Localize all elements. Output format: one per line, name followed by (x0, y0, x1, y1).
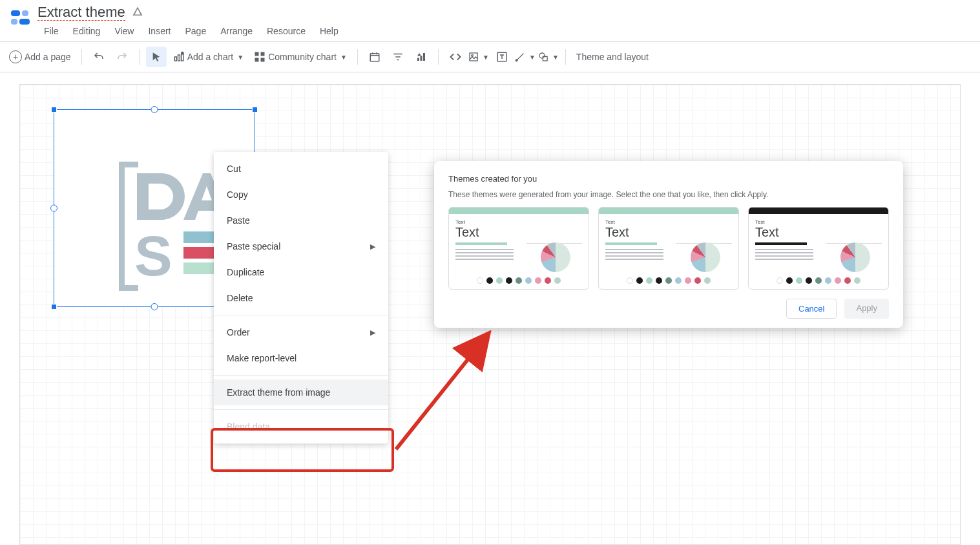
add-chart-button[interactable]: + Add a chart ▼ (169, 47, 248, 67)
cm-delete[interactable]: Delete (214, 285, 388, 311)
svg-text:S: S (134, 224, 172, 288)
filter-button[interactable] (388, 47, 408, 67)
menu-arrange[interactable]: Arrange (214, 23, 259, 39)
app-header: Extract theme File Editing View Insert P… (0, 0, 980, 41)
cm-copy[interactable]: Copy (214, 182, 388, 208)
menu-editing[interactable]: Editing (67, 23, 107, 39)
svg-rect-9 (255, 52, 259, 56)
toolbar-separator (139, 49, 140, 65)
cm-make-report-level[interactable]: Make report-level (214, 345, 388, 371)
svg-text:+: + (182, 52, 183, 55)
document-title[interactable]: Extract theme (37, 4, 125, 21)
menu-view[interactable]: View (108, 23, 140, 39)
svg-rect-0 (11, 10, 20, 16)
bar-chart-icon (826, 218, 882, 244)
theme-preview-body: Text Text (449, 214, 589, 277)
svg-rect-15 (420, 56, 422, 61)
color-swatches (449, 277, 589, 289)
color-swatches (599, 277, 738, 289)
image-button[interactable]: ▼ (468, 47, 489, 67)
theme-layout-label: Theme and layout (576, 52, 649, 62)
menu-bar: File Editing View Insert Page Arrange Re… (37, 23, 345, 39)
pie-chart-icon (691, 242, 720, 272)
resize-handle[interactable] (50, 205, 57, 212)
resize-handle[interactable] (151, 303, 158, 310)
pie-chart-icon (840, 242, 870, 272)
svg-rect-16 (423, 53, 425, 61)
line-button[interactable]: ▼ (515, 47, 536, 67)
theme-card[interactable]: Text Text (598, 207, 739, 290)
dialog-description: These themes were generated from your im… (448, 190, 889, 199)
theme-card[interactable]: Text Text (748, 207, 889, 290)
theme-preview-header (449, 208, 589, 214)
cm-duplicate[interactable]: Duplicate (214, 259, 388, 285)
apply-button: Apply (844, 299, 889, 319)
url-embed-button[interactable] (445, 47, 466, 67)
toolbar: + Add a page + Add a chart ▼ Community c… (0, 41, 980, 72)
resize-handle[interactable] (151, 106, 158, 113)
svg-rect-1 (22, 10, 28, 16)
toolbar-separator (438, 49, 439, 65)
menu-separator (214, 315, 388, 315)
svg-rect-10 (261, 52, 265, 56)
svg-rect-5 (178, 55, 180, 61)
themes-dialog: Themes created for you These themes were… (434, 161, 903, 328)
community-chart-button[interactable]: Community chart ▼ (250, 47, 351, 67)
menu-help[interactable]: Help (313, 23, 345, 39)
resize-handle[interactable] (51, 304, 57, 310)
toolbar-separator (81, 49, 82, 65)
preview-underline (455, 242, 507, 245)
svg-rect-11 (255, 58, 259, 62)
theme-layout-button[interactable]: Theme and layout (572, 47, 652, 67)
preview-underline (605, 242, 657, 245)
menu-file[interactable]: File (37, 23, 65, 39)
svg-rect-12 (261, 58, 265, 62)
select-tool-button[interactable] (146, 47, 167, 67)
svg-rect-14 (417, 58, 419, 61)
cm-paste[interactable]: Paste (214, 208, 388, 233)
date-range-button[interactable] (364, 47, 385, 67)
cm-order[interactable]: Order▶ (214, 319, 388, 345)
menu-separator (214, 375, 388, 376)
text-button[interactable] (492, 47, 512, 67)
svg-rect-13 (370, 54, 379, 61)
undo-button[interactable] (89, 47, 109, 67)
resize-handle[interactable] (252, 107, 258, 112)
svg-rect-26 (183, 247, 216, 259)
theme-preview-body: Text Text (599, 214, 738, 277)
menu-insert[interactable]: Insert (141, 23, 177, 39)
toolbar-separator (357, 49, 358, 65)
data-control-button[interactable] (411, 47, 432, 67)
app-logo-icon (9, 6, 32, 30)
svg-point-18 (472, 55, 474, 57)
svg-point-20 (516, 59, 517, 61)
add-page-button[interactable]: + Add a page (5, 47, 75, 67)
cancel-button[interactable]: Cancel (786, 299, 837, 319)
svg-rect-22 (543, 56, 547, 61)
menu-page[interactable]: Page (178, 23, 213, 39)
svg-rect-2 (11, 19, 17, 25)
color-swatches (749, 277, 888, 289)
report-canvas[interactable]: S Cut Copy Paste Paste special▶ Duplicat… (19, 84, 961, 545)
context-menu: Cut Copy Paste Paste special▶ Duplicate … (214, 152, 388, 443)
shape-button[interactable]: ▼ (538, 47, 559, 67)
cm-paste-special[interactable]: Paste special▶ (214, 233, 388, 259)
resize-handle[interactable] (51, 107, 57, 112)
cm-extract-theme[interactable]: Extract theme from image (214, 379, 388, 405)
redo-button[interactable] (112, 47, 132, 67)
cm-blend-data: Blend data (214, 414, 388, 440)
cm-cut[interactable]: Cut (214, 156, 388, 182)
bar-chart-icon (676, 218, 732, 244)
svg-line-29 (396, 333, 489, 449)
svg-point-21 (539, 53, 545, 58)
menu-separator (214, 409, 388, 410)
chevron-down-icon: ▼ (552, 54, 559, 61)
bar-chart-icon (526, 218, 582, 244)
drive-status-icon[interactable] (132, 6, 143, 19)
preview-underline (755, 242, 807, 245)
dialog-title: Themes created for you (448, 174, 889, 184)
theme-card[interactable]: Text Text (448, 207, 589, 290)
svg-rect-3 (19, 19, 30, 25)
menu-resource[interactable]: Resource (260, 23, 312, 39)
svg-rect-4 (174, 57, 176, 61)
